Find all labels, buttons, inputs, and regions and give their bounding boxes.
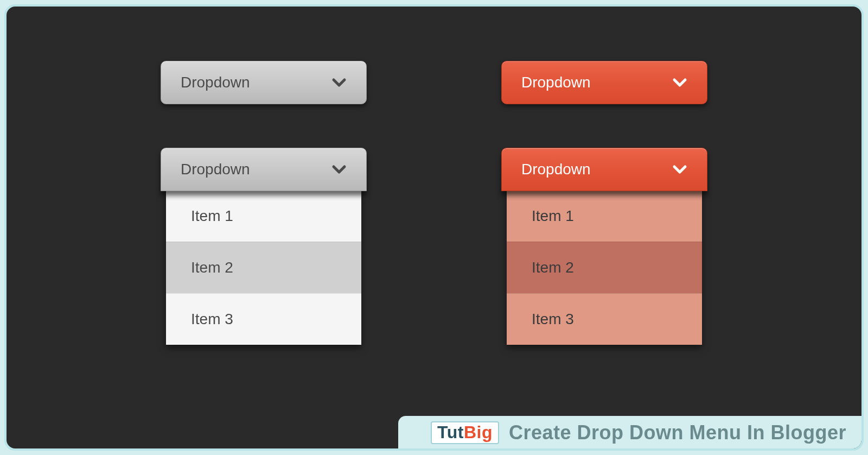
- dropdown-item-label: Item 1: [532, 207, 574, 225]
- dropdown-item-label: Item 3: [191, 311, 233, 328]
- dropdown-label: Dropdown: [181, 74, 250, 91]
- dropdown-item[interactable]: Item 1: [507, 190, 702, 242]
- dropdown-gray-closed[interactable]: Dropdown: [161, 61, 367, 104]
- chevron-down-icon: [331, 161, 347, 178]
- dropdown-label: Dropdown: [521, 161, 591, 178]
- content-grid: Dropdown Dropdown Dropdown Item: [7, 7, 861, 345]
- dropdown-red-open[interactable]: Dropdown: [501, 148, 707, 191]
- dropdown-item-label: Item 2: [532, 259, 574, 276]
- dropdown-gray-open-container: Dropdown Item 1 Item 2 Item 3: [161, 148, 367, 345]
- site-logo: Tut Big: [431, 421, 499, 444]
- chevron-down-icon: [672, 74, 687, 91]
- dropdown-red-closed[interactable]: Dropdown: [501, 61, 707, 104]
- banner-title: Create Drop Down Menu In Blogger: [509, 421, 846, 444]
- dropdown-item-label: Item 3: [532, 311, 574, 328]
- dropdown-item-label: Item 2: [191, 259, 233, 276]
- logo-text-part1: Tut: [437, 424, 464, 441]
- dropdown-label: Dropdown: [521, 74, 591, 91]
- dropdown-item[interactable]: Item 2: [507, 242, 702, 293]
- dropdown-item[interactable]: Item 1: [166, 190, 361, 242]
- logo-text-part2: Big: [464, 424, 493, 441]
- footer-banner: Tut Big Create Drop Down Menu In Blogger: [398, 416, 861, 448]
- dropdown-item[interactable]: Item 3: [507, 293, 702, 345]
- dropdown-list-gray: Item 1 Item 2 Item 3: [166, 190, 361, 345]
- dropdown-list-red: Item 1 Item 2 Item 3: [507, 190, 702, 345]
- dropdown-item[interactable]: Item 2: [166, 242, 361, 293]
- dropdown-item-label: Item 1: [191, 207, 233, 225]
- dropdown-red-open-container: Dropdown Item 1 Item 2 Item 3: [501, 148, 707, 345]
- dropdown-gray-open[interactable]: Dropdown: [161, 148, 367, 191]
- chevron-down-icon: [672, 161, 687, 178]
- main-frame: Dropdown Dropdown Dropdown Item: [4, 4, 864, 451]
- chevron-down-icon: [331, 74, 347, 91]
- dropdown-item[interactable]: Item 3: [166, 293, 361, 345]
- dropdown-label: Dropdown: [181, 161, 250, 178]
